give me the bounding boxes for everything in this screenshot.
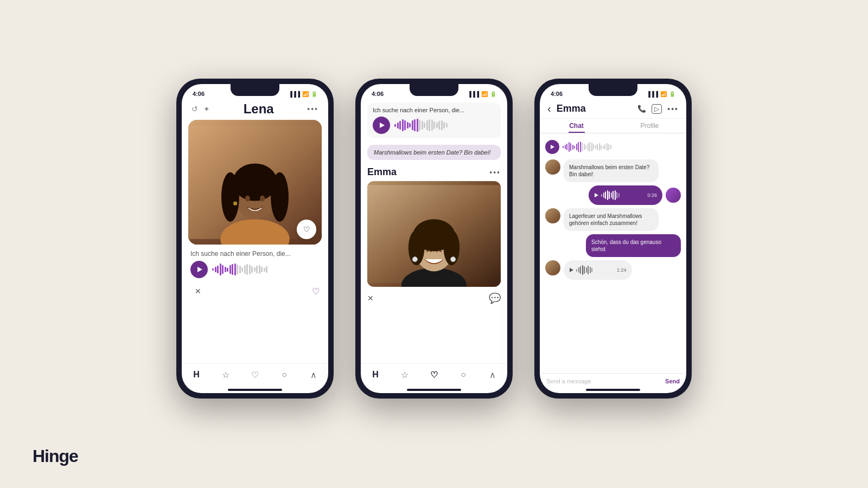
nav-profile-2[interactable]: ∧: [486, 368, 499, 381]
filter-icon[interactable]: ✦: [203, 105, 210, 113]
wave-bar: [212, 268, 214, 271]
wave-bar: [246, 264, 248, 275]
top-play-button[interactable]: [545, 140, 559, 154]
refresh-icon[interactable]: ↺: [192, 105, 198, 113]
chat-tabs: Chat Profile: [540, 119, 686, 133]
avatar-self: [666, 188, 681, 203]
chat-input-bar: Send a message Send: [540, 373, 686, 389]
nav-home-1[interactable]: H: [190, 368, 203, 381]
wave-bar: [241, 267, 243, 272]
svg-point-18: [449, 235, 457, 243]
phone-1: 4:06 ▐▐▐ 📶 🔋 ↺ ✦ Lena •••: [176, 79, 334, 399]
wave-bar: [234, 264, 236, 275]
wave-bar: [225, 267, 226, 272]
nav-star-2[interactable]: ☆: [398, 368, 411, 381]
profile-more-options[interactable]: •••: [489, 168, 501, 177]
svg-point-17: [411, 235, 419, 243]
heart-button-lena[interactable]: ♡: [297, 220, 316, 239]
msg-row-3: Lagerfeuer und Marshmallows gehören einf…: [545, 208, 681, 231]
status-icons-2: ▐▐▐ 📶 🔋: [468, 91, 496, 97]
status-time-3: 4:06: [551, 91, 563, 97]
phone-2: 4:06 ▐▐▐ 📶 🔋 Ich suche nach einer Person…: [355, 79, 513, 399]
wave-bar: [217, 266, 219, 273]
wave-bar: [244, 265, 246, 274]
wave-bar: [254, 267, 256, 272]
top-voice-player[interactable]: [545, 138, 681, 156]
wifi-icon-2: 📶: [481, 91, 488, 97]
svg-point-9: [233, 202, 237, 206]
voice-player-2[interactable]: [373, 117, 495, 134]
home-indicator-3: [586, 389, 640, 391]
message-input-placeholder[interactable]: Send a message: [546, 378, 661, 384]
tab-chat[interactable]: Chat: [540, 119, 613, 133]
wave-bar: [222, 265, 224, 274]
chat-header: ‹ Emma 📞 ▷ •••: [540, 99, 686, 119]
wave-bar: [261, 267, 263, 272]
wifi-icon-1: 📶: [302, 91, 309, 97]
status-icons-1: ▐▐▐ 📶 🔋: [289, 91, 317, 97]
more-options-1[interactable]: •••: [307, 105, 318, 113]
home-indicator-1: [228, 389, 282, 391]
voice-section-1: Ich suche nach einer Person, die...: [182, 245, 328, 281]
msg-row-1: Marshmallows beim ersten Date? Bin dabei…: [545, 159, 681, 182]
nav-home-2[interactable]: H: [369, 368, 382, 381]
video-call-icon[interactable]: ▷: [652, 104, 662, 114]
nav-star-1[interactable]: ☆: [219, 368, 232, 381]
signal-icon-1: ▐▐▐: [289, 91, 300, 97]
nav-heart-2[interactable]: ♡: [427, 368, 441, 381]
voice-label-1: Ich suche nach einer Person, die...: [190, 250, 320, 258]
voice-msg-sent: 0:26: [589, 185, 681, 205]
emma-illustration: [367, 181, 501, 287]
wave-bar: [259, 265, 260, 274]
wave-bar: [256, 266, 258, 273]
voice-top-section: Ich suche nach einer Person, die...: [367, 102, 501, 138]
nav-heart-1[interactable]: ♡: [248, 368, 261, 381]
back-button[interactable]: ‹: [547, 102, 551, 115]
voice-player-1[interactable]: [190, 261, 320, 278]
wave-bar: [249, 265, 251, 274]
like-icon-1[interactable]: ♡: [312, 286, 320, 297]
send-button[interactable]: Send: [665, 378, 680, 384]
battery-icon-1: 🔋: [311, 91, 317, 97]
nav-chat-1[interactable]: ○: [278, 368, 291, 381]
status-icons-3: ▐▐▐ 📶 🔋: [647, 91, 675, 97]
wave-bar: [215, 267, 216, 272]
wave-bar: [266, 266, 267, 273]
message-1: Marshmallows beim ersten Date? Bin dabei…: [564, 159, 659, 182]
phone-2-screen: 4:06 ▐▐▐ 📶 🔋 Ich suche nach einer Person…: [361, 84, 507, 393]
play-button-1[interactable]: [190, 261, 208, 278]
phone1-header: ↺ ✦ Lena •••: [182, 99, 328, 120]
signal-icon-3: ▐▐▐: [647, 91, 658, 97]
more-options-chat[interactable]: •••: [667, 105, 679, 113]
svg-point-19: [412, 257, 417, 262]
play-icon-2: [380, 123, 385, 128]
response-bubble: Marshmallows beim ersten Date? Bin dabei…: [367, 145, 501, 160]
nav-chat-2[interactable]: ○: [457, 368, 470, 381]
waveform-2: [394, 119, 495, 132]
profile-name-1: Lena: [244, 101, 274, 117]
nav-profile-1[interactable]: ∧: [307, 368, 320, 381]
profile-card-emma: Emma •••: [361, 163, 507, 287]
waveform-1: [212, 263, 320, 276]
wave-bar: [251, 266, 253, 273]
avatar-emma-2: [545, 208, 560, 223]
tab-profile[interactable]: Profile: [613, 119, 686, 133]
home-indicator-2: [407, 389, 461, 391]
voice-duration-received: 1:24: [617, 267, 627, 273]
wave-bar: [227, 268, 228, 272]
play-button-2[interactable]: [373, 117, 390, 134]
phone-call-icon[interactable]: 📞: [637, 105, 646, 113]
chat-bubble-button[interactable]: 💬: [489, 292, 501, 304]
svg-point-6: [271, 172, 289, 222]
voice-play-icon-sent: [595, 193, 598, 197]
profile-card-name: Emma: [367, 166, 397, 178]
voice-bubble-sent[interactable]: 0:26: [589, 185, 662, 205]
play-icon-1: [197, 267, 202, 272]
wave-bar: [237, 265, 238, 274]
dismiss-button-1[interactable]: ✕: [190, 284, 206, 299]
voice-question-2: Ich suche nach einer Person, die...: [373, 107, 495, 113]
voice-bubble-received[interactable]: 1:24: [564, 260, 632, 280]
message-4: Schön, dass du das genauso siehst: [586, 234, 681, 257]
phone-3-screen: 4:06 ▐▐▐ 📶 🔋 ‹ Emma 📞 ▷ ••• Chat: [540, 84, 686, 393]
dismiss-button-2[interactable]: ✕: [367, 294, 374, 303]
